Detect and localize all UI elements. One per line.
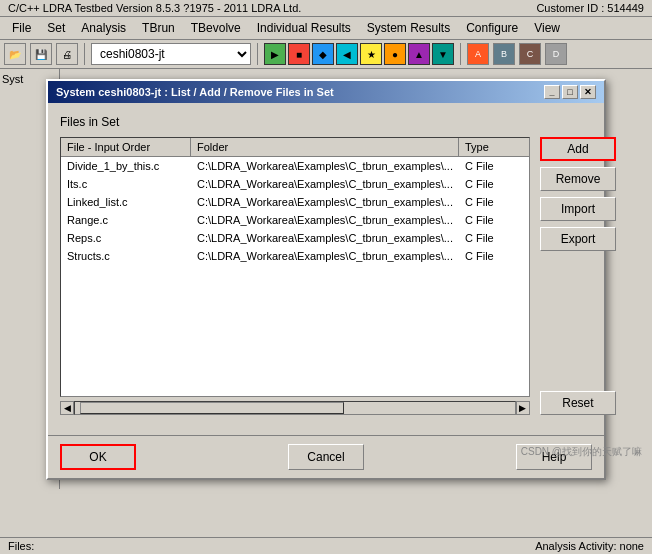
toolbar-extra-btn1[interactable]: A (467, 43, 489, 65)
modal-minimize-btn[interactable]: _ (544, 85, 560, 99)
file-list-body: Divide_1_by_this.cC:\LDRA_Workarea\Examp… (61, 157, 529, 265)
toolbar-teal-btn[interactable]: ▼ (432, 43, 454, 65)
toolbar-separator-3 (460, 43, 461, 65)
modal-maximize-btn[interactable]: □ (562, 85, 578, 99)
modal-dialog: System ceshi0803-jt : List / Add / Remov… (46, 79, 606, 480)
modal-title: System ceshi0803-jt : List / Add / Remov… (56, 86, 334, 98)
main-area: Syst System ceshi0803-jt : List / Add / … (0, 69, 652, 489)
file-folder-cell: C:\LDRA_Workarea\Examples\C_tbrun_exampl… (191, 249, 459, 263)
toolbar: 📂 💾 🖨 ceshi0803-jt ▶ ■ ◆ ◀ ★ ● ▲ ▼ A B C… (0, 40, 652, 69)
col-header-type[interactable]: Type (459, 138, 529, 156)
col-header-folder[interactable]: Folder (191, 138, 459, 156)
scrollbar-area: ◀ ▶ (60, 401, 530, 415)
file-name-cell: Divide_1_by_this.c (61, 159, 191, 173)
scroll-right-btn[interactable]: ▶ (516, 401, 530, 415)
menu-system-results[interactable]: System Results (359, 19, 458, 37)
reset-button[interactable]: Reset (540, 391, 616, 415)
menu-set[interactable]: Set (39, 19, 73, 37)
customer-id: Customer ID : 514449 (536, 2, 644, 14)
toolbar-cyan-btn[interactable]: ◀ (336, 43, 358, 65)
toolbar-open-btn[interactable]: 📂 (4, 43, 26, 65)
file-type-cell: C File (459, 195, 529, 209)
file-name-cell: Linked_list.c (61, 195, 191, 209)
status-bar: Files: Analysis Activity: none (0, 537, 652, 554)
menu-individual-results[interactable]: Individual Results (249, 19, 359, 37)
file-folder-cell: C:\LDRA_Workarea\Examples\C_tbrun_exampl… (191, 177, 459, 191)
h-scrollbar[interactable] (74, 401, 516, 415)
file-type-cell: C File (459, 213, 529, 227)
toolbar-save-btn[interactable]: 💾 (30, 43, 52, 65)
menu-tbevolve[interactable]: TBevolve (183, 19, 249, 37)
toolbar-extra-btn4[interactable]: D (545, 43, 567, 65)
col-header-file[interactable]: File - Input Order (61, 138, 191, 156)
file-type-cell: C File (459, 177, 529, 191)
file-folder-cell: C:\LDRA_Workarea\Examples\C_tbrun_exampl… (191, 195, 459, 209)
file-folder-cell: C:\LDRA_Workarea\Examples\C_tbrun_exampl… (191, 213, 459, 227)
project-dropdown[interactable]: ceshi0803-jt (91, 43, 251, 65)
activity-label: Analysis Activity: none (535, 540, 644, 552)
modal-title-bar: System ceshi0803-jt : List / Add / Remov… (48, 81, 604, 103)
toolbar-separator-1 (84, 43, 85, 65)
toolbar-print-btn[interactable]: 🖨 (56, 43, 78, 65)
menu-configure[interactable]: Configure (458, 19, 526, 37)
files-panel: File - Input Order Folder Type Divide_1_… (60, 137, 592, 415)
toolbar-green-btn[interactable]: ▶ (264, 43, 286, 65)
modal-close-btn[interactable]: ✕ (580, 85, 596, 99)
file-name-cell: Range.c (61, 213, 191, 227)
toolbar-blue-btn[interactable]: ◆ (312, 43, 334, 65)
modal-body: Files in Set File - Input Order Folder T… (48, 103, 604, 427)
toolbar-separator-2 (257, 43, 258, 65)
add-button[interactable]: Add (540, 137, 616, 161)
file-list-header: File - Input Order Folder Type (61, 138, 529, 157)
file-name-cell: Its.c (61, 177, 191, 191)
ok-button[interactable]: OK (60, 444, 136, 470)
table-row[interactable]: Divide_1_by_this.cC:\LDRA_Workarea\Examp… (61, 157, 529, 175)
table-row[interactable]: Reps.cC:\LDRA_Workarea\Examples\C_tbrun_… (61, 229, 529, 247)
app-title: C/C++ LDRA Testbed Version 8.5.3 ?1975 -… (8, 2, 301, 14)
app-title-bar: C/C++ LDRA Testbed Version 8.5.3 ?1975 -… (0, 0, 652, 17)
file-folder-cell: C:\LDRA_Workarea\Examples\C_tbrun_exampl… (191, 231, 459, 245)
file-type-cell: C File (459, 249, 529, 263)
file-list-container: File - Input Order Folder Type Divide_1_… (60, 137, 530, 415)
toolbar-purple-btn[interactable]: ▲ (408, 43, 430, 65)
menu-file[interactable]: File (4, 19, 39, 37)
table-row[interactable]: Range.cC:\LDRA_Workarea\Examples\C_tbrun… (61, 211, 529, 229)
menu-analysis[interactable]: Analysis (73, 19, 134, 37)
export-button[interactable]: Export (540, 227, 616, 251)
buttons-panel: Add Remove Import Export Reset (540, 137, 616, 415)
toolbar-extra-btn2[interactable]: B (493, 43, 515, 65)
file-type-cell: C File (459, 231, 529, 245)
toolbar-extra-btn3[interactable]: C (519, 43, 541, 65)
cancel-button[interactable]: Cancel (288, 444, 364, 470)
menu-view[interactable]: View (526, 19, 568, 37)
toolbar-orange-btn[interactable]: ● (384, 43, 406, 65)
table-row[interactable]: Its.cC:\LDRA_Workarea\Examples\C_tbrun_e… (61, 175, 529, 193)
toolbar-color-buttons: ▶ ■ ◆ ◀ ★ ● ▲ ▼ (264, 43, 454, 65)
modal-title-controls: _ □ ✕ (544, 85, 596, 99)
file-folder-cell: C:\LDRA_Workarea\Examples\C_tbrun_exampl… (191, 159, 459, 173)
menu-bar: File Set Analysis TBrun TBevolve Individ… (0, 17, 652, 40)
menu-tbrun[interactable]: TBrun (134, 19, 183, 37)
file-list-area: File - Input Order Folder Type Divide_1_… (60, 137, 530, 397)
section-label: Files in Set (60, 115, 592, 129)
toolbar-yellow-btn[interactable]: ★ (360, 43, 382, 65)
import-button[interactable]: Import (540, 197, 616, 221)
files-label: Files: (8, 540, 34, 552)
table-row[interactable]: Structs.cC:\LDRA_Workarea\Examples\C_tbr… (61, 247, 529, 265)
file-name-cell: Structs.c (61, 249, 191, 263)
watermark: CSDN @找到你的天赋了嘛 (521, 445, 642, 459)
file-type-cell: C File (459, 159, 529, 173)
remove-button[interactable]: Remove (540, 167, 616, 191)
file-name-cell: Reps.c (61, 231, 191, 245)
modal-overlay: System ceshi0803-jt : List / Add / Remov… (0, 69, 652, 489)
toolbar-red-btn[interactable]: ■ (288, 43, 310, 65)
table-row[interactable]: Linked_list.cC:\LDRA_Workarea\Examples\C… (61, 193, 529, 211)
scroll-left-btn[interactable]: ◀ (60, 401, 74, 415)
